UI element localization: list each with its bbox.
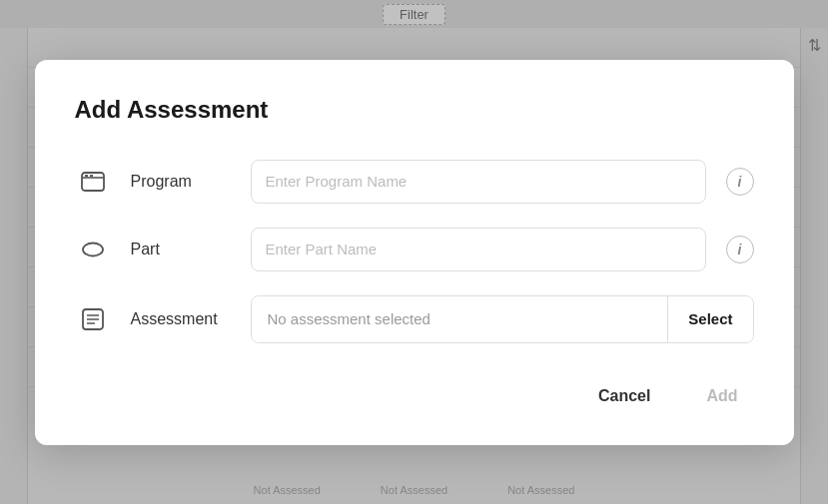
program-label: Program: [131, 173, 231, 191]
assessment-field: No assessment selected Select: [251, 295, 754, 343]
program-input[interactable]: [251, 160, 706, 204]
program-row: Program i: [75, 160, 754, 204]
assessment-row: Assessment No assessment selected Select: [75, 295, 754, 343]
part-label: Part: [131, 241, 231, 258]
assessment-label: Assessment: [131, 310, 231, 328]
assessment-placeholder-text: No assessment selected: [252, 296, 668, 342]
cancel-button[interactable]: Cancel: [582, 379, 666, 413]
assessment-select-button[interactable]: Select: [667, 296, 752, 342]
svg-rect-3: [90, 175, 93, 177]
svg-point-4: [83, 243, 103, 255]
program-icon: [75, 164, 111, 200]
form-rows: Program i Part i: [75, 160, 754, 343]
part-input[interactable]: [251, 228, 706, 271]
add-assessment-modal: Add Assessment Program i: [35, 60, 794, 445]
part-icon: [75, 232, 111, 267]
part-info-icon[interactable]: i: [726, 236, 754, 263]
modal-backdrop: Add Assessment Program i: [0, 0, 828, 504]
modal-title: Add Assessment: [75, 96, 754, 124]
assessment-icon: [75, 301, 111, 337]
svg-rect-2: [85, 175, 88, 177]
modal-footer: Cancel Add: [75, 379, 754, 413]
part-row: Part i: [75, 228, 754, 271]
add-button[interactable]: Add: [690, 379, 753, 413]
program-info-icon[interactable]: i: [726, 168, 754, 196]
